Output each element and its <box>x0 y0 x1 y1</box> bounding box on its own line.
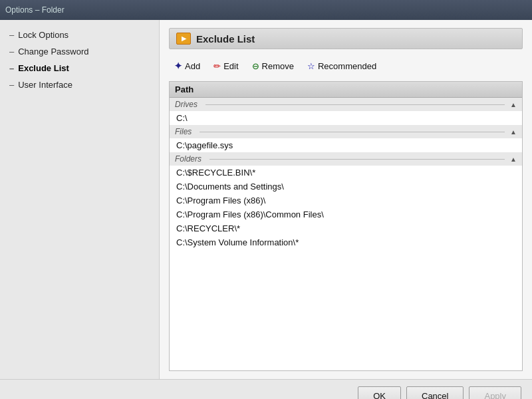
group-files-label: Files <box>175 127 192 136</box>
title-text: Options – Folder <box>5 5 65 15</box>
ok-button[interactable]: OK <box>358 386 401 399</box>
sidebar: Lock Options Change Password Exclude Lis… <box>0 20 160 379</box>
add-icon: ✦ <box>174 61 182 71</box>
cancel-button[interactable]: Cancel <box>406 386 464 399</box>
sidebar-item-user-interface[interactable]: User Interface <box>0 76 159 93</box>
group-folders-chevron[interactable]: ▲ <box>510 156 517 163</box>
edit-button[interactable]: ✏ Edit <box>208 59 243 73</box>
panel-header: ▶ Exclude List <box>169 28 523 49</box>
panel-icon: ▶ <box>176 33 191 45</box>
group-files-chevron[interactable]: ▲ <box>510 128 517 136</box>
group-folders: Folders ▲ <box>170 152 522 166</box>
group-folders-label: Folders <box>175 154 201 164</box>
list-column-header: Path <box>170 82 522 98</box>
group-folders-line <box>209 159 505 160</box>
remove-button[interactable]: ⊖ Remove <box>247 59 299 73</box>
list-item[interactable]: C:\ <box>170 111 522 125</box>
list-item[interactable]: C:\pagefile.sys <box>170 138 522 152</box>
list-item[interactable]: C:\Documents and Settings\ <box>170 180 522 194</box>
group-files-line <box>200 132 505 132</box>
group-drives-label: Drives <box>175 100 198 109</box>
recommended-button[interactable]: ☆ Recommended <box>302 59 382 73</box>
title-bar: Options – Folder <box>0 0 532 20</box>
list-item[interactable]: C:\RECYCLER\* <box>170 221 522 235</box>
group-files: Files ▲ <box>170 125 522 138</box>
sidebar-item-lock-options[interactable]: Lock Options <box>0 27 159 43</box>
group-drives-line <box>205 104 505 105</box>
toolbar: ✦ Add ✏ Edit ⊖ Remove ☆ Recommended <box>169 56 523 76</box>
list-item[interactable]: C:\Program Files (x86)\Common Files\ <box>170 207 522 221</box>
list-item[interactable]: C:\Program Files (x86)\ <box>170 194 522 207</box>
list-body[interactable]: Drives ▲ C:\ Files ▲ C:\pagefile.sys <box>170 98 522 370</box>
list-item[interactable]: C:\$RECYCLE.BIN\* <box>170 166 522 180</box>
apply-button[interactable]: Apply <box>469 386 521 399</box>
edit-icon: ✏ <box>213 61 221 71</box>
add-button[interactable]: ✦ Add <box>169 59 205 73</box>
group-drives-chevron[interactable]: ▲ <box>510 101 517 108</box>
exclude-list: Path Drives ▲ C:\ Files ▲ C: <box>169 81 523 371</box>
list-item[interactable]: C:\System Volume Information\* <box>170 235 522 249</box>
remove-icon: ⊖ <box>252 61 259 71</box>
bottom-bar: OK Cancel Apply <box>0 379 532 399</box>
panel-title: Exclude List <box>196 33 255 45</box>
sidebar-item-exclude-list[interactable]: Exclude List <box>0 60 159 76</box>
content-panel: ▶ Exclude List ✦ Add ✏ Edit ⊖ Remove ☆ R… <box>160 20 532 379</box>
recommended-icon: ☆ <box>307 61 315 71</box>
main-dialog: Lock Options Change Password Exclude Lis… <box>0 20 532 379</box>
group-drives: Drives ▲ <box>170 98 522 111</box>
sidebar-item-change-password[interactable]: Change Password <box>0 43 159 60</box>
